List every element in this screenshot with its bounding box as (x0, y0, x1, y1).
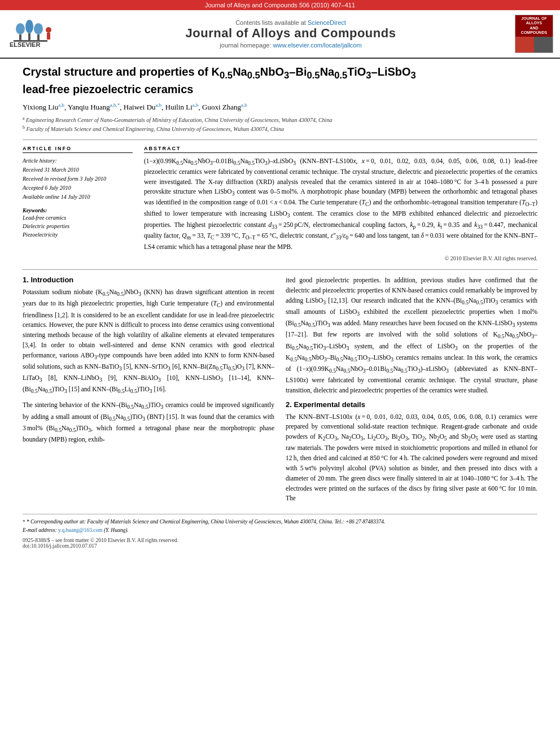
right-paragraph-1: ited good piezoelectric properties. In a… (286, 276, 537, 395)
homepage-url[interactable]: www.elsevier.com/locate/jallcom (273, 42, 362, 49)
article-info-col: ARTICLE INFO Article history: Received 3… (23, 146, 133, 262)
email-link[interactable]: y.q.huang@163.com (58, 527, 103, 533)
footnote-section: * * Corresponding author at: Faculty of … (23, 514, 537, 534)
divider-1 (23, 139, 537, 140)
authors-line: Yixiong Liua,b, Yanqiu Huanga,b,*, Haiwe… (23, 102, 537, 112)
journal-homepage: journal homepage: www.elsevier.com/locat… (67, 42, 515, 49)
svg-point-1 (16, 23, 25, 34)
svg-point-2 (25, 20, 33, 33)
keyword-2: Dielectric properties (23, 222, 133, 230)
body-left-col: 1. Introduction Potassium sodium niobate… (23, 276, 274, 508)
divider-2 (23, 269, 537, 270)
abstract-text: (1−x)(0.99K0.5Na0.5NbO3–0.01Bi0.5Na0.5Ti… (144, 156, 537, 252)
email-suffix: (Y. Huang). (103, 527, 129, 533)
article-history-label: Article history: (23, 156, 133, 165)
journal-citation-bar: Journal of Alloys and Compounds 506 (201… (0, 0, 560, 10)
journal-header: ELSEVIER Contents lists available at Sci… (0, 10, 560, 59)
elsevier-text: ELSEVIER (10, 41, 40, 48)
section2-heading: 2. Experimental details (286, 400, 537, 409)
footnote-corresponding: * * Corresponding author at: Faculty of … (23, 518, 537, 526)
svg-rect-5 (28, 33, 30, 40)
section2-paragraph-1: The KNN–BNT–LS100x (x = 0, 0.01, 0.02, 0… (286, 412, 537, 504)
article-content: Crystal structure and properties of K0.5… (0, 59, 560, 560)
received-date: Received 31 March 2010 (23, 165, 133, 174)
keyword-3: Piezoelectricity (23, 230, 133, 239)
svg-rect-9 (47, 33, 50, 40)
logo-bottom (515, 37, 553, 53)
affiliations: a Engineering Research Center of Nano-Ge… (23, 115, 537, 134)
available-online-date: Available online 14 July 2010 (23, 193, 133, 202)
intro-paragraph-1: Potassium sodium niobate (K0.5Na0.5)NbO3… (23, 287, 274, 396)
keywords-label: Keywords: (23, 207, 133, 213)
intro-paragraph-2: The sintering behavior of the KNN–(Bi0.5… (23, 400, 274, 444)
footnote-email: E-mail address: y.q.huang@163.com (Y. Hu… (23, 526, 537, 534)
sciencedirect-link[interactable]: ScienceDirect (308, 19, 346, 26)
footnote-star: * (23, 519, 25, 525)
body-right-col: ited good piezoelectric properties. In a… (286, 276, 537, 508)
logo-top-text: JOURNAL OFALLOYSANDCOMPOUNDS (515, 15, 553, 37)
abstract-col: ABSTRACT (1−x)(0.99K0.5Na0.5NbO3–0.01Bi0… (144, 146, 537, 262)
logo-bottom-left (515, 37, 534, 53)
keyword-1: Lead-free ceramics (23, 213, 133, 222)
abstract-label: ABSTRACT (144, 146, 537, 153)
email-label: E-mail address: (23, 527, 58, 533)
accepted-date: Accepted 6 July 2010 (23, 184, 133, 193)
elsevier-logo: ELSEVIER (7, 18, 58, 51)
article-history: Article history: Received 31 March 2010 … (23, 156, 133, 202)
svg-point-3 (34, 23, 43, 34)
section1-heading: 1. Introduction (23, 276, 274, 284)
article-info-abstract-cols: ARTICLE INFO Article history: Received 3… (23, 146, 537, 262)
article-title: Crystal structure and properties of K0.5… (23, 64, 537, 97)
journal-title: Journal of Alloys and Compounds (67, 26, 515, 41)
keywords-section: Keywords: Lead-free ceramics Dielectric … (23, 207, 133, 239)
bottom-info: 0925-8388/$ – see front matter © 2010 El… (23, 538, 537, 549)
body-cols: 1. Introduction Potassium sodium niobate… (23, 276, 537, 508)
contents-line: Contents lists available at ScienceDirec… (67, 19, 515, 26)
bottom-issn: 0925-8388/$ – see front matter © 2010 El… (23, 538, 537, 543)
svg-point-8 (46, 27, 51, 33)
svg-rect-4 (19, 34, 21, 40)
footnote-text: * Corresponding author at: Faculty of Ma… (27, 519, 386, 525)
svg-rect-6 (37, 34, 40, 40)
journal-citation-text: Journal of Alloys and Compounds 506 (201… (205, 2, 355, 8)
bottom-doi: doi:10.1016/j.jallcom.2010.07.017 (23, 543, 537, 549)
logo-bottom-right (534, 37, 553, 53)
received-revised-date: Received in revised form 3 July 2010 (23, 174, 133, 184)
journal-right-logo: JOURNAL OFALLOYSANDCOMPOUNDS (515, 15, 553, 53)
article-info-label: ARTICLE INFO (23, 146, 133, 153)
journal-title-center: Contents lists available at ScienceDirec… (67, 19, 515, 49)
copyright: © 2010 Elsevier B.V. All rights reserved… (144, 255, 537, 261)
